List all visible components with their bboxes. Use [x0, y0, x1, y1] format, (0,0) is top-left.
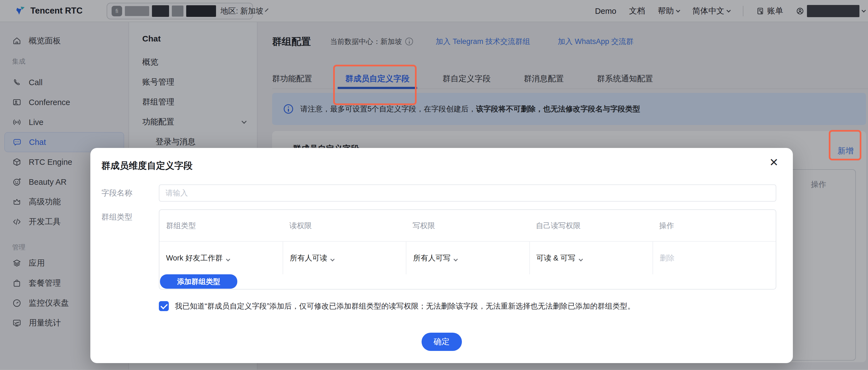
close-icon[interactable]: ✕: [769, 157, 778, 168]
chevron-down-icon: [454, 257, 458, 261]
col-header-read-permission: 读权限: [283, 221, 406, 231]
dialog-title: 群成员维度自定义字段: [101, 160, 192, 172]
col-header-write-permission: 写权限: [406, 221, 529, 231]
col-header-operation: 操作: [653, 221, 776, 231]
confirm-button[interactable]: 确定: [422, 333, 462, 351]
field-name-input[interactable]: [159, 184, 776, 202]
chevron-down-icon: [331, 257, 335, 261]
read-permission-select[interactable]: 所有人可读: [283, 242, 406, 274]
group-type-select[interactable]: Work 好友工作群: [159, 242, 283, 274]
group-type-label: 群组类型: [101, 208, 132, 226]
annotation-box-active-tab: [333, 65, 416, 105]
self-permission-select[interactable]: 可读 & 可写: [529, 242, 653, 274]
chevron-down-icon: [579, 257, 583, 261]
field-name-label: 字段名称: [101, 184, 132, 202]
member-custom-field-dialog: 群成员维度自定义字段 ✕ 字段名称 群组类型 群组类型 读权限 写权限 自己读写…: [90, 148, 793, 363]
annotation-box-add-button: [829, 130, 861, 161]
add-group-type-button[interactable]: 添加群组类型: [160, 274, 237, 289]
col-header-group-type: 群组类型: [159, 221, 283, 231]
col-header-self-permission: 自己读写权限: [529, 221, 653, 231]
checkbox-checked[interactable]: [159, 301, 169, 311]
group-type-table: 群组类型 读权限 写权限 自己读写权限 操作 Work 好友工作群 所有人可读 …: [159, 209, 776, 289]
delete-row-button[interactable]: 删除: [653, 242, 776, 274]
table-header-row: 群组类型 读权限 写权限 自己读写权限 操作: [159, 210, 776, 241]
chevron-down-icon: [226, 257, 230, 261]
table-row: Work 好友工作群 所有人可读 所有人可写 可读 & 可写 删除: [159, 241, 776, 274]
table-footer: 添加群组类型: [159, 274, 776, 288]
acknowledgement-row: 我已知道“群成员自定义字段”添加后，仅可修改已添加群组类型的读写权限；无法删除该…: [159, 301, 635, 312]
write-permission-select[interactable]: 所有人可写: [406, 242, 529, 274]
app-window: Tencent RTC fi 地区: 新加坡 Demo 文档 帮助 简体中文 账…: [0, 0, 868, 370]
acknowledgement-text: 我已知道“群成员自定义字段”添加后，仅可修改已添加群组类型的读写权限；无法删除该…: [175, 301, 635, 311]
